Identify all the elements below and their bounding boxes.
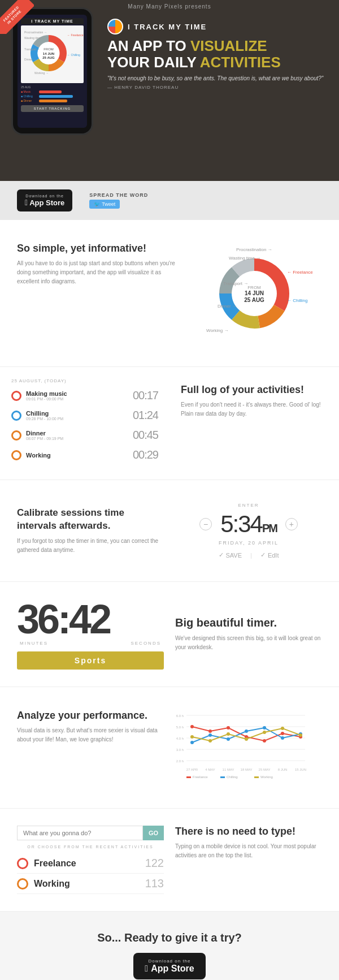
apple-icon:  — [25, 198, 28, 207]
enter-label: ENTER — [238, 503, 259, 508]
svg-text:Dinner →: Dinner → — [218, 304, 237, 309]
log-time-3: 08:07 PM - 09:19 PM — [26, 437, 128, 441]
time-period: PM — [262, 522, 277, 534]
svg-text:FROM: FROM — [247, 285, 261, 290]
line-chart: 6.0 h 5.0 h 4.0 h 3.0 h 2.0 h — [175, 710, 311, 783]
headline-2: YOUR DAILY — [107, 54, 200, 71]
download-bar: Download on the  App Store SPREAD THE W… — [0, 181, 339, 220]
svg-text:Wasting time →: Wasting time → — [24, 36, 44, 40]
log-date: 25 AUGUST, (TODAY) — [11, 378, 158, 383]
timer-display: 36:42 — [17, 599, 164, 640]
analyze-title: Analyze your performance. — [17, 710, 164, 722]
log-item-2: Chilling 09:28 PM - 10:00 PM 01:24 — [11, 409, 158, 422]
svg-text:4 MAY: 4 MAY — [205, 768, 215, 771]
log-info-1: Making music 09:01 PM - 09:00 PM — [26, 390, 128, 401]
svg-text:Chilling: Chilling — [227, 775, 238, 779]
svg-point-33 — [190, 725, 194, 728]
twitter-icon: 🐦 — [94, 201, 100, 207]
analyze-left: Analyze your performance. Visual data is… — [17, 710, 164, 744]
edit-check-icon: ✓ — [260, 551, 266, 559]
cta-title: So... Ready to give it a try? — [20, 931, 319, 944]
timer-right: Big beautiful timer. We've designed this… — [175, 616, 322, 652]
log-duration-4: 00:29 — [133, 448, 158, 461]
seconds-label: SECONDS — [131, 641, 161, 646]
svg-text:Procrastination →: Procrastination → — [236, 247, 272, 252]
section-calibrate: Calibrate sessions time intervals afterw… — [0, 480, 339, 582]
svg-text:Working: Working — [260, 775, 273, 779]
svg-text:14 JUN: 14 JUN — [245, 290, 264, 296]
appstore-small-text: Download on the — [25, 194, 64, 198]
recent-count-2: 113 — [145, 877, 164, 890]
svg-text:6.0 h: 6.0 h — [176, 714, 184, 718]
headline-highlight: VISUALIZE — [190, 37, 267, 54]
log-name-3: Dinner — [26, 430, 128, 437]
svg-point-52 — [281, 727, 284, 730]
time-increase-button[interactable]: + — [285, 518, 298, 530]
timer-activity: Sports — [17, 651, 164, 670]
section-simple: So simple, yet informative! All you have… — [0, 220, 339, 367]
section-analyze: Analyze your performance. Visual data is… — [0, 687, 339, 809]
hero-section: FEATUREDIN STORE Many Many Pixels presen… — [0, 0, 339, 181]
activity-input[interactable] — [17, 826, 143, 840]
activity-circle-3 — [11, 430, 21, 441]
svg-text:18 MAY: 18 MAY — [241, 768, 253, 771]
recent-circle-2 — [17, 878, 28, 890]
featured-ribbon: FEATUREDIN STORE — [0, 0, 34, 34]
ribbon-text: FEATUREDIN STORE — [0, 0, 34, 34]
svg-text:Wasting time →: Wasting time → — [229, 256, 260, 261]
svg-point-53 — [299, 733, 302, 737]
calibrate-left: Calibrate sessions time intervals afterw… — [17, 507, 164, 554]
activity-circle-4 — [11, 450, 21, 460]
or-choose-label: OR CHOOSE FROM THE RECENT ACTIVITIES — [17, 845, 164, 849]
simple-left: So simple, yet informative! All you have… — [17, 243, 181, 286]
svg-text:Dinner →: Dinner → — [24, 58, 36, 61]
analyze-right: 6.0 h 5.0 h 4.0 h 3.0 h 2.0 h — [175, 710, 322, 785]
cta-appstore-button[interactable]: Download on the  App Store — [133, 953, 205, 979]
time-day: FRIDAY, 20 APRIL — [219, 540, 279, 546]
time-decrease-button[interactable]: − — [199, 518, 212, 530]
log-item-1: Making music 09:01 PM - 09:00 PM 00:17 — [11, 389, 158, 402]
save-edit-row: ✓ SAVE | ✓ EdIt — [219, 551, 279, 559]
svg-text:← Chilling: ← Chilling — [67, 53, 80, 57]
phone-start-button[interactable]: START TRACKING — [21, 105, 84, 112]
timer-title: Big beautiful timer. — [175, 616, 322, 629]
app-logo-row: I TRACK MY TIME — [107, 19, 328, 34]
log-info-4: Working — [26, 452, 128, 459]
edit-label: EdIt — [268, 552, 279, 559]
timer-left: 36:42 MINUTES SECONDS Sports — [17, 599, 164, 670]
cta-section: So... Ready to give it a try? Download o… — [0, 912, 339, 980]
log-desc: Even if you don't need it - it's always … — [181, 400, 328, 418]
log-name-4: Working — [26, 452, 128, 459]
svg-text:5.0 h: 5.0 h — [176, 726, 184, 729]
edit-button[interactable]: ✓ EdIt — [260, 551, 279, 559]
tweet-button[interactable]: 🐦 Tweet — [89, 200, 120, 209]
go-button[interactable]: GO — [143, 826, 164, 840]
hero-author: — HENRY DAVID THOREAU — [107, 85, 328, 90]
svg-text:11 MAY: 11 MAY — [223, 768, 234, 771]
svg-text:25 MAY: 25 MAY — [259, 768, 271, 771]
save-button[interactable]: ✓ SAVE — [219, 551, 242, 559]
log-item-3: Dinner 08:07 PM - 09:19 PM 00:45 — [11, 429, 158, 442]
svg-point-37 — [263, 739, 266, 742]
time-value: 5:34 — [220, 511, 262, 537]
calibrate-right: ENTER − 5:34PM + FRIDAY, 20 APRIL ✓ SAVE… — [175, 503, 322, 559]
svg-text:Freelance: Freelance — [193, 775, 208, 779]
svg-text:14 JUN: 14 JUN — [43, 52, 54, 55]
recent-item-2: Working 113 — [17, 874, 164, 894]
donut-chart: FROM 14 JUN 25 AUG Procrastination → Was… — [192, 243, 316, 342]
log-duration-2: 01:24 — [133, 409, 158, 422]
calibrate-desc: If you forgot to stop the timer in time,… — [17, 537, 164, 555]
spread-word-block: SPREAD THE WORD 🐦 Tweet — [89, 192, 148, 209]
hero-headline: AN APP TO VISUALIZE YOUR DAILY ACTIVITIE… — [107, 38, 328, 70]
appstore-button[interactable]: Download on the  App Store — [17, 189, 72, 211]
svg-rect-65 — [254, 776, 259, 778]
svg-text:FROM: FROM — [44, 48, 54, 51]
svg-text:3.0 h: 3.0 h — [176, 748, 184, 752]
svg-rect-63 — [220, 776, 225, 778]
recent-item-1: Freelance 122 — [17, 853, 164, 874]
simple-title: So simple, yet informative! — [17, 243, 181, 254]
cta-appstore-big:  App Store — [145, 964, 194, 974]
log-name-2: Chilling — [26, 410, 128, 417]
svg-point-45 — [281, 736, 284, 740]
svg-point-42 — [227, 737, 230, 741]
